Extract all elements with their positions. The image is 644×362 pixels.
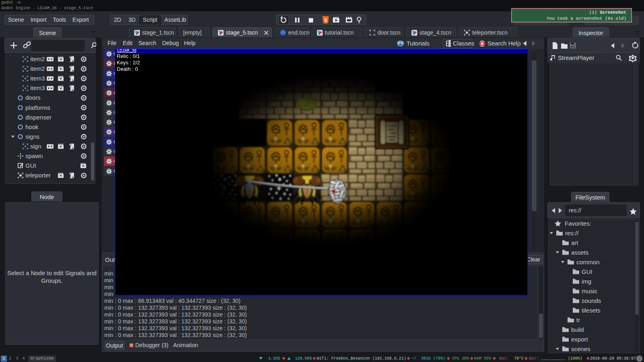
svg-text:Search Help: Search Help bbox=[487, 40, 521, 47]
svg-text:StreamPlayer: StreamPlayer bbox=[558, 54, 594, 61]
svg-text:teleporter: teleporter bbox=[25, 172, 51, 179]
svg-text:item3: item3 bbox=[30, 75, 45, 82]
svg-text:img: img bbox=[582, 278, 591, 285]
svg-text:item2: item2 bbox=[30, 65, 45, 72]
svg-text:Tutorials: Tutorials bbox=[407, 40, 429, 47]
svg-text:scenes: scenes bbox=[571, 346, 590, 352]
svg-text:res://: res:// bbox=[565, 230, 579, 237]
svg-text:sign: sign bbox=[30, 143, 41, 150]
svg-text:doors: doors bbox=[25, 94, 41, 101]
svg-text:signs: signs bbox=[25, 133, 39, 140]
svg-text:platforms: platforms bbox=[25, 104, 50, 111]
svg-text:spawn: spawn bbox=[25, 152, 43, 159]
svg-text:Classes: Classes bbox=[453, 40, 474, 47]
svg-text:sounds: sounds bbox=[582, 297, 601, 304]
svg-text:tilesets: tilesets bbox=[582, 307, 601, 314]
svg-text:tr: tr bbox=[576, 317, 580, 323]
svg-text:export: export bbox=[571, 336, 588, 343]
svg-text:5: 5 bbox=[324, 18, 327, 23]
svg-text:Favorites:: Favorites: bbox=[565, 220, 591, 227]
svg-text:item2: item2 bbox=[30, 56, 45, 62]
svg-text:build: build bbox=[571, 326, 584, 333]
svg-text:GUI: GUI bbox=[25, 162, 36, 169]
svg-text:assets: assets bbox=[571, 249, 588, 256]
svg-text:common: common bbox=[576, 259, 600, 265]
svg-text:GUI: GUI bbox=[582, 268, 592, 275]
svg-text:art: art bbox=[571, 239, 578, 246]
svg-text:item3: item3 bbox=[30, 84, 45, 91]
svg-text:dispenser: dispenser bbox=[25, 114, 52, 121]
svg-text:hook: hook bbox=[25, 123, 39, 130]
svg-text:music: music bbox=[582, 288, 598, 294]
